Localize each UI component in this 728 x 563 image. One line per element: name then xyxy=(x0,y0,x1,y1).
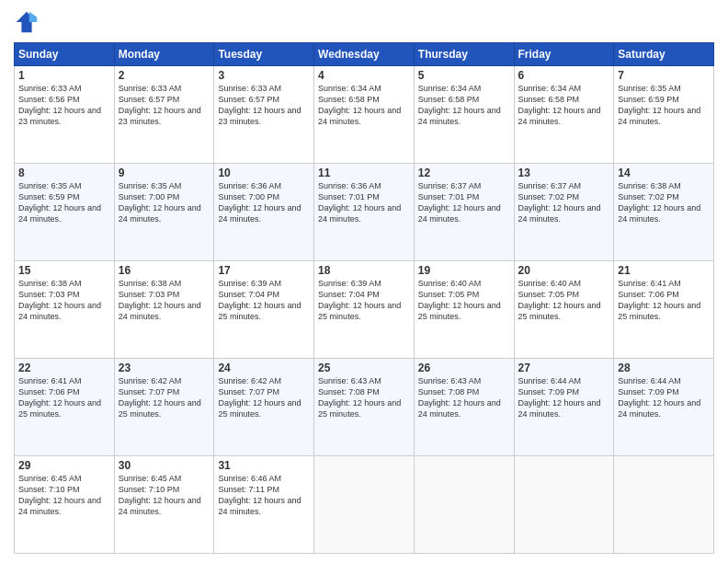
day-detail: Sunrise: 6:42 AMSunset: 7:07 PMDaylight:… xyxy=(218,375,310,420)
calendar-cell: 3 Sunrise: 6:33 AMSunset: 6:57 PMDayligh… xyxy=(214,66,314,164)
calendar-cell: 22 Sunrise: 6:41 AMSunset: 7:06 PMDaylig… xyxy=(15,359,115,456)
day-number: 8 xyxy=(18,167,110,179)
calendar-cell: 25 Sunrise: 6:43 AMSunset: 7:08 PMDaylig… xyxy=(314,359,415,456)
svg-marker-1 xyxy=(29,12,37,22)
calendar-cell: 13 Sunrise: 6:37 AMSunset: 7:02 PMDaylig… xyxy=(514,164,614,261)
day-detail: Sunrise: 6:36 AMSunset: 7:01 PMDaylight:… xyxy=(318,180,410,225)
calendar-cell: 31 Sunrise: 6:46 AMSunset: 7:11 PMDaylig… xyxy=(214,456,314,554)
calendar-cell: 7 Sunrise: 6:35 AMSunset: 6:59 PMDayligh… xyxy=(614,66,714,164)
calendar-week-5: 29 Sunrise: 6:45 AMSunset: 7:10 PMDaylig… xyxy=(15,456,714,554)
calendar-cell: 15 Sunrise: 6:38 AMSunset: 7:03 PMDaylig… xyxy=(15,261,115,359)
day-detail: Sunrise: 6:35 AMSunset: 6:59 PMDaylight:… xyxy=(18,180,110,225)
day-number: 27 xyxy=(518,362,610,374)
day-detail: Sunrise: 6:42 AMSunset: 7:07 PMDaylight:… xyxy=(119,375,210,420)
day-detail: Sunrise: 6:33 AMSunset: 6:56 PMDaylight:… xyxy=(18,83,110,128)
calendar-cell: 6 Sunrise: 6:34 AMSunset: 6:58 PMDayligh… xyxy=(514,66,614,164)
day-number: 31 xyxy=(218,459,310,472)
day-detail: Sunrise: 6:38 AMSunset: 7:03 PMDaylight:… xyxy=(119,278,210,323)
day-number: 5 xyxy=(418,69,510,82)
calendar-cell xyxy=(414,456,514,554)
day-detail: Sunrise: 6:46 AMSunset: 7:11 PMDaylight:… xyxy=(218,473,310,518)
calendar-cell: 10 Sunrise: 6:36 AMSunset: 7:00 PMDaylig… xyxy=(214,164,314,261)
day-detail: Sunrise: 6:35 AMSunset: 6:59 PMDaylight:… xyxy=(618,83,710,128)
calendar-cell: 11 Sunrise: 6:36 AMSunset: 7:01 PMDaylig… xyxy=(314,164,415,261)
day-number: 3 xyxy=(218,69,310,82)
calendar-cell: 9 Sunrise: 6:35 AMSunset: 7:00 PMDayligh… xyxy=(114,164,214,261)
day-detail: Sunrise: 6:39 AMSunset: 7:04 PMDaylight:… xyxy=(318,278,410,323)
day-number: 18 xyxy=(318,264,410,277)
day-number: 20 xyxy=(518,264,610,277)
day-detail: Sunrise: 6:43 AMSunset: 7:08 PMDaylight:… xyxy=(418,375,510,420)
calendar-cell: 18 Sunrise: 6:39 AMSunset: 7:04 PMDaylig… xyxy=(314,261,415,359)
calendar-cell: 30 Sunrise: 6:45 AMSunset: 7:10 PMDaylig… xyxy=(114,456,214,554)
day-number: 1 xyxy=(18,69,110,82)
day-number: 19 xyxy=(418,264,510,277)
day-header-saturday: Saturday xyxy=(614,43,714,66)
day-detail: Sunrise: 6:38 AMSunset: 7:02 PMDaylight:… xyxy=(618,180,710,225)
day-detail: Sunrise: 6:45 AMSunset: 7:10 PMDaylight:… xyxy=(18,473,110,518)
calendar-cell: 28 Sunrise: 6:44 AMSunset: 7:09 PMDaylig… xyxy=(614,359,714,456)
calendar-week-4: 22 Sunrise: 6:41 AMSunset: 7:06 PMDaylig… xyxy=(15,359,714,456)
calendar-cell xyxy=(314,456,415,554)
page: SundayMondayTuesdayWednesdayThursdayFrid… xyxy=(0,0,728,563)
calendar-cell: 14 Sunrise: 6:38 AMSunset: 7:02 PMDaylig… xyxy=(614,164,714,261)
calendar-cell: 19 Sunrise: 6:40 AMSunset: 7:05 PMDaylig… xyxy=(414,261,514,359)
calendar-cell: 8 Sunrise: 6:35 AMSunset: 6:59 PMDayligh… xyxy=(15,164,115,261)
calendar-cell: 4 Sunrise: 6:34 AMSunset: 6:58 PMDayligh… xyxy=(314,66,415,164)
day-header-monday: Monday xyxy=(114,43,214,66)
logo-icon xyxy=(14,9,40,35)
day-number: 24 xyxy=(218,362,310,374)
day-header-friday: Friday xyxy=(514,43,614,66)
calendar-table: SundayMondayTuesdayWednesdayThursdayFrid… xyxy=(14,42,714,554)
day-number: 15 xyxy=(18,264,110,277)
day-detail: Sunrise: 6:38 AMSunset: 7:03 PMDaylight:… xyxy=(18,278,110,323)
day-header-wednesday: Wednesday xyxy=(314,43,415,66)
day-header-thursday: Thursday xyxy=(414,43,514,66)
calendar-cell: 21 Sunrise: 6:41 AMSunset: 7:06 PMDaylig… xyxy=(614,261,714,359)
day-detail: Sunrise: 6:37 AMSunset: 7:01 PMDaylight:… xyxy=(418,180,510,225)
day-detail: Sunrise: 6:37 AMSunset: 7:02 PMDaylight:… xyxy=(518,180,610,225)
day-number: 25 xyxy=(318,362,410,374)
day-number: 9 xyxy=(119,167,210,179)
calendar-cell: 26 Sunrise: 6:43 AMSunset: 7:08 PMDaylig… xyxy=(414,359,514,456)
calendar-header-row: SundayMondayTuesdayWednesdayThursdayFrid… xyxy=(15,43,714,66)
day-number: 11 xyxy=(318,167,410,179)
day-number: 30 xyxy=(119,459,210,472)
day-detail: Sunrise: 6:39 AMSunset: 7:04 PMDaylight:… xyxy=(218,278,310,323)
day-header-sunday: Sunday xyxy=(15,43,115,66)
day-number: 17 xyxy=(218,264,310,277)
day-number: 12 xyxy=(418,167,510,179)
day-number: 23 xyxy=(119,362,210,374)
header xyxy=(14,9,714,35)
day-number: 2 xyxy=(119,69,210,82)
calendar-cell: 17 Sunrise: 6:39 AMSunset: 7:04 PMDaylig… xyxy=(214,261,314,359)
logo xyxy=(14,9,43,35)
calendar-cell: 29 Sunrise: 6:45 AMSunset: 7:10 PMDaylig… xyxy=(15,456,115,554)
day-detail: Sunrise: 6:40 AMSunset: 7:05 PMDaylight:… xyxy=(418,278,510,323)
day-detail: Sunrise: 6:33 AMSunset: 6:57 PMDaylight:… xyxy=(218,83,310,128)
day-number: 10 xyxy=(218,167,310,179)
day-number: 13 xyxy=(518,167,610,179)
day-number: 21 xyxy=(618,264,710,277)
day-number: 28 xyxy=(618,362,710,374)
calendar-week-2: 8 Sunrise: 6:35 AMSunset: 6:59 PMDayligh… xyxy=(15,164,714,261)
calendar-week-1: 1 Sunrise: 6:33 AMSunset: 6:56 PMDayligh… xyxy=(15,66,714,164)
day-detail: Sunrise: 6:43 AMSunset: 7:08 PMDaylight:… xyxy=(318,375,410,420)
day-detail: Sunrise: 6:41 AMSunset: 7:06 PMDaylight:… xyxy=(618,278,710,323)
day-detail: Sunrise: 6:34 AMSunset: 6:58 PMDaylight:… xyxy=(418,83,510,128)
day-number: 14 xyxy=(618,167,710,179)
day-detail: Sunrise: 6:36 AMSunset: 7:00 PMDaylight:… xyxy=(218,180,310,225)
calendar-cell: 20 Sunrise: 6:40 AMSunset: 7:05 PMDaylig… xyxy=(514,261,614,359)
calendar-cell xyxy=(514,456,614,554)
day-detail: Sunrise: 6:34 AMSunset: 6:58 PMDaylight:… xyxy=(318,83,410,128)
calendar-cell: 24 Sunrise: 6:42 AMSunset: 7:07 PMDaylig… xyxy=(214,359,314,456)
calendar-week-3: 15 Sunrise: 6:38 AMSunset: 7:03 PMDaylig… xyxy=(15,261,714,359)
day-number: 26 xyxy=(418,362,510,374)
calendar-cell: 12 Sunrise: 6:37 AMSunset: 7:01 PMDaylig… xyxy=(414,164,514,261)
calendar-cell: 16 Sunrise: 6:38 AMSunset: 7:03 PMDaylig… xyxy=(114,261,214,359)
calendar-cell: 27 Sunrise: 6:44 AMSunset: 7:09 PMDaylig… xyxy=(514,359,614,456)
day-detail: Sunrise: 6:44 AMSunset: 7:09 PMDaylight:… xyxy=(518,375,610,420)
calendar-cell xyxy=(614,456,714,554)
calendar-cell: 5 Sunrise: 6:34 AMSunset: 6:58 PMDayligh… xyxy=(414,66,514,164)
day-detail: Sunrise: 6:35 AMSunset: 7:00 PMDaylight:… xyxy=(119,180,210,225)
